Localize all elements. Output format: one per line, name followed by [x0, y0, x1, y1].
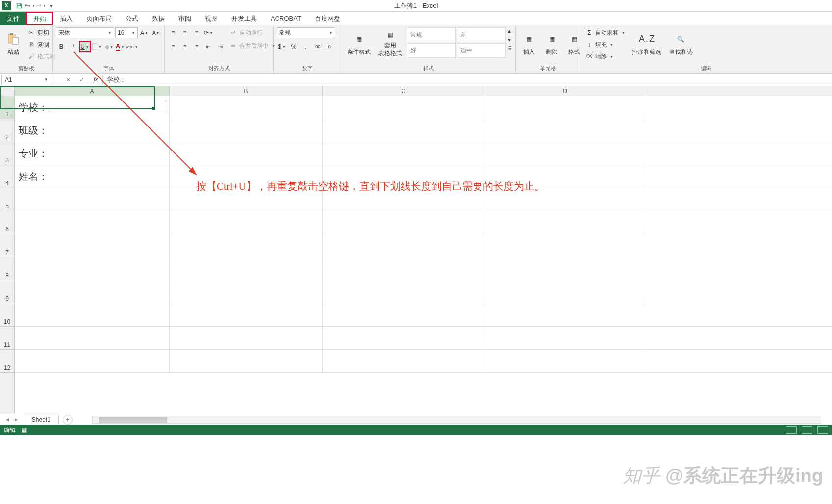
cell-C12[interactable]	[323, 350, 484, 372]
clear-button[interactable]: ⌫清除▼	[583, 51, 627, 62]
cell-C7[interactable]	[323, 234, 484, 257]
cell-B6[interactable]	[170, 211, 323, 234]
tab-review[interactable]: 审阅	[172, 12, 198, 25]
cell-styles-gallery[interactable]: 常规 差 好 适中	[407, 27, 506, 58]
cell-A2[interactable]: 班级：	[15, 119, 170, 142]
cell-grid[interactable]: ABCD 123456789101112 学校：班级：专业：姓名： 按【Ctrl…	[0, 86, 832, 414]
tab-layout[interactable]: 页面布局	[79, 12, 119, 25]
paste-button[interactable]: 粘贴	[3, 27, 24, 60]
merge-center-button[interactable]: ⬌合并后居中▼	[227, 40, 277, 51]
cell-C3[interactable]	[323, 142, 484, 165]
italic-button[interactable]: I	[68, 41, 78, 52]
row-header-6[interactable]: 6	[0, 211, 14, 234]
row-header-1[interactable]: 1	[0, 96, 14, 119]
tab-insert[interactable]: 插入	[53, 12, 79, 25]
cell-B10[interactable]	[170, 303, 323, 326]
fill-color-button[interactable]: ▼	[103, 41, 114, 52]
add-sheet-icon[interactable]: +	[63, 415, 73, 425]
comma-icon[interactable]: ,	[300, 41, 311, 52]
style-more-icon[interactable]: ⠿	[508, 45, 512, 54]
cell-A9[interactable]	[15, 280, 170, 303]
row-header-10[interactable]: 10	[0, 303, 14, 327]
cell-A6[interactable]	[15, 211, 170, 234]
cell-A4[interactable]: 姓名：	[15, 165, 170, 188]
macro-record-icon[interactable]: ▦	[22, 427, 27, 433]
cell-C9[interactable]	[323, 280, 484, 303]
view-normal-icon[interactable]	[786, 426, 797, 434]
cell-D9[interactable]	[484, 280, 646, 303]
row-header-3[interactable]: 3	[0, 142, 14, 165]
style-neutral[interactable]: 适中	[457, 43, 506, 58]
cell-A12[interactable]	[15, 350, 170, 372]
cell-A1[interactable]: 学校：	[15, 96, 170, 119]
sheet-tab-1[interactable]: Sheet1	[24, 415, 59, 424]
style-bad[interactable]: 差	[457, 27, 506, 42]
cell-A7[interactable]	[15, 234, 170, 257]
cell-D7[interactable]	[484, 234, 646, 257]
format-as-table-button[interactable]: ▦套用 表格格式	[376, 27, 405, 60]
sheet-nav-next-icon[interactable]: ►	[14, 417, 19, 422]
cell-B11[interactable]	[170, 327, 323, 349]
cell-D2[interactable]	[484, 119, 646, 142]
row-header-12[interactable]: 12	[0, 350, 14, 373]
increase-decimal-icon[interactable]: .00	[312, 41, 323, 52]
font-color-button[interactable]: A▼	[115, 41, 126, 52]
cell-B7[interactable]	[170, 234, 323, 257]
tab-baidu[interactable]: 百度网盘	[308, 12, 347, 25]
row-header-7[interactable]: 7	[0, 234, 14, 257]
align-bottom-icon[interactable]: ≡	[191, 27, 202, 38]
cell-A5[interactable]	[15, 188, 170, 211]
cell-C10[interactable]	[323, 303, 484, 326]
formula-input[interactable]: 学校：	[103, 76, 832, 84]
accounting-format-icon[interactable]: $▼	[277, 41, 287, 52]
cell-A11[interactable]	[15, 327, 170, 349]
cell-B9[interactable]	[170, 280, 323, 303]
col-header-A[interactable]: A	[15, 86, 170, 96]
cell-D10[interactable]	[484, 303, 646, 326]
undo-icon[interactable]: ▼	[25, 0, 35, 11]
cell-C11[interactable]	[323, 327, 484, 349]
cell-B1[interactable]	[170, 96, 323, 119]
bold-button[interactable]: B	[56, 41, 67, 52]
row-header-9[interactable]: 9	[0, 280, 14, 303]
horizontal-scrollbar[interactable]	[92, 416, 822, 424]
tab-data[interactable]: 数据	[145, 12, 172, 25]
align-top-icon[interactable]: ≡	[168, 27, 178, 38]
col-header-B[interactable]: B	[170, 86, 323, 96]
autosum-button[interactable]: Σ自动求和▼	[583, 27, 627, 38]
conditional-format-button[interactable]: ▦条件格式	[344, 27, 374, 60]
cell-A10[interactable]	[15, 303, 170, 326]
cell-B8[interactable]	[170, 257, 323, 280]
style-scroll-down-icon[interactable]: ▾	[508, 36, 512, 45]
cell-C1[interactable]	[323, 96, 484, 119]
border-button[interactable]: ▼	[91, 41, 102, 52]
orientation-icon[interactable]: ⟳▼	[203, 27, 214, 38]
cell-B2[interactable]	[170, 119, 323, 142]
align-middle-icon[interactable]: ≡	[179, 27, 190, 38]
decrease-decimal-icon[interactable]: .0	[324, 41, 334, 52]
fx-icon[interactable]: fx	[89, 76, 102, 83]
tab-dev[interactable]: 开发工具	[225, 12, 264, 25]
align-center-icon[interactable]: ≡	[179, 41, 190, 52]
sheet-nav-prev-icon[interactable]: ◄	[5, 417, 10, 422]
save-icon[interactable]	[14, 0, 25, 11]
cell-D6[interactable]	[484, 211, 646, 234]
percent-icon[interactable]: %	[288, 41, 299, 52]
underline-button[interactable]: U▼	[79, 41, 90, 52]
indent-increase-icon[interactable]: ⇥	[215, 41, 226, 52]
cut-button[interactable]: ✂剪切	[25, 27, 57, 38]
cell-A8[interactable]	[15, 257, 170, 280]
cell-B12[interactable]	[170, 350, 323, 372]
cell-C6[interactable]	[323, 211, 484, 234]
enter-icon[interactable]: ✓	[75, 76, 89, 83]
view-pagebreak-icon[interactable]	[817, 426, 828, 434]
cell-C8[interactable]	[323, 257, 484, 280]
select-all-corner[interactable]	[0, 86, 15, 96]
row-header-11[interactable]: 11	[0, 327, 14, 350]
sort-filter-button[interactable]: A↓Z排序和筛选	[629, 27, 664, 60]
cell-D8[interactable]	[484, 257, 646, 280]
name-box[interactable]: A1▼	[1, 75, 51, 85]
qat-customize-icon[interactable]: ▾	[46, 0, 57, 11]
cell-D3[interactable]	[484, 142, 646, 165]
tab-formulas[interactable]: 公式	[119, 12, 145, 25]
